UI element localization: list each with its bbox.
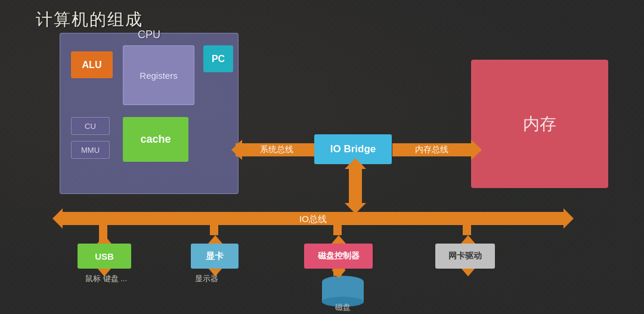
disk-ctrl-box: 磁盘控制器 [304,244,373,269]
io-bus-label: IO总线 [63,214,564,225]
nic-arrow-up [461,235,475,244]
pc-box: PC [203,45,233,72]
disk-down-line [333,269,342,276]
gpu-sublabel: 显示器 [182,273,230,284]
mmu-box: MMU [71,141,110,159]
nic-box: 网卡驱动 [435,244,495,269]
mem-bus-arrow-right [471,140,482,160]
usb-v-line2 [99,226,107,244]
cpu-box: CPU ALU Registers PC CU MMU cache [60,33,239,194]
page-title: 计算机的组成 [36,8,143,31]
io-vertical-connector [349,164,362,206]
io-bridge-arrow-up [345,158,366,169]
gpu-arrow-up [208,235,222,244]
usb-box: USB [78,244,131,269]
cu-box: CU [71,117,110,135]
io-bus-arrow-right [564,208,574,229]
alu-box: ALU [71,51,113,78]
cache-box: cache [123,117,188,162]
disk-ctrl-arrow-up [332,235,346,244]
mem-bus-label: 内存总线 [392,144,471,155]
io-bus-arrow-left [52,208,63,229]
sys-bus-label: 系统总线 [239,144,314,155]
registers-box: Registers [123,45,194,105]
disk-label: 磁盘 [322,302,364,313]
cpu-label: CPU [138,29,160,41]
usb-sublabel: 鼠标 键盘 ... [70,273,142,284]
nic-arrow-down [461,268,475,276]
memory-box: 内存 [471,60,608,188]
gpu-box: 显卡 [191,244,239,269]
